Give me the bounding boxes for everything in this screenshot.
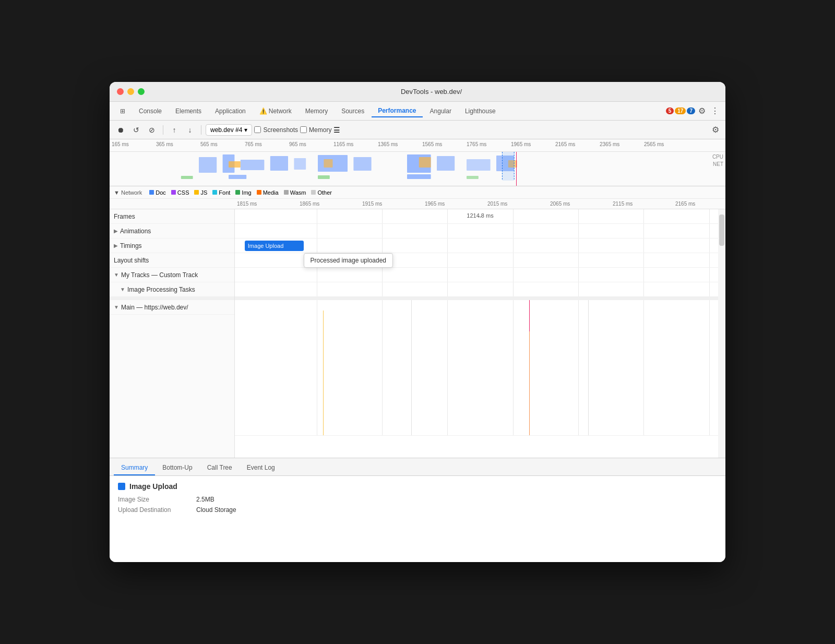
reload-button[interactable]: ↺: [129, 123, 143, 137]
image-processing-toggle-icon: ▼: [120, 287, 125, 292]
devtools-window: DevTools - web.dev/ ⊞ Console Elements A…: [110, 82, 725, 562]
ruler-tick-10: 2165 ms: [553, 141, 598, 147]
ruler-tick-11: 2365 ms: [598, 141, 642, 147]
my-tracks-toggle-icon: ▼: [114, 272, 119, 278]
tab-memory[interactable]: Memory: [299, 105, 334, 117]
toolbar-divider-1: [163, 125, 163, 135]
screenshots-checkbox[interactable]: [254, 126, 261, 133]
wasm-color: [284, 190, 289, 195]
memory-checkbox[interactable]: [300, 126, 307, 133]
bottom-tab-bottom-up[interactable]: Bottom-Up: [155, 461, 199, 475]
scrollbar[interactable]: [718, 209, 725, 458]
legend-font: Font: [212, 189, 230, 196]
ruler-tick-9: 1965 ms: [509, 141, 553, 147]
track-timings[interactable]: ▶ Timings: [110, 238, 234, 253]
legend-media: Media: [257, 189, 279, 196]
legend-wasm-label: Wasm: [290, 189, 306, 196]
bottom-content: Image Upload Image Size 2.5MB Upload Des…: [110, 476, 725, 562]
timings-toggle-icon: ▶: [114, 243, 118, 248]
font-color: [212, 190, 217, 195]
tab-network[interactable]: ⚠️ Network: [253, 105, 298, 117]
bottom-tab-summary[interactable]: Summary: [114, 461, 155, 475]
tab-elements[interactable]: Elements: [169, 105, 208, 117]
other-color: [311, 190, 316, 195]
timeline-rows: ... 1214.8 ms Image Upload Processed ima…: [235, 209, 725, 436]
track-frames[interactable]: Frames: [110, 209, 234, 224]
summary-color-indicator: [118, 483, 125, 490]
track-animations[interactable]: ▶ Animations: [110, 224, 234, 238]
upload-button[interactable]: ↑: [168, 123, 181, 137]
ruler-tick-12: 2565 ms: [642, 141, 686, 147]
net-label: NET: [713, 161, 723, 167]
legend-img: Img: [235, 189, 251, 196]
image-upload-bar[interactable]: Image Upload: [245, 241, 304, 251]
minimize-button[interactable]: [127, 88, 134, 95]
ruler2-tick-7: 2165 ms: [673, 199, 725, 209]
main-vline-1: [411, 300, 412, 435]
tab-performance[interactable]: Performance: [372, 105, 422, 117]
tab-lighthouse[interactable]: Lighthouse: [459, 105, 502, 117]
traffic-lights: [117, 88, 145, 95]
close-button[interactable]: [117, 88, 124, 95]
tab-application[interactable]: Application: [209, 105, 252, 117]
timeline-area[interactable]: 165 ms 365 ms 565 ms 765 ms 965 ms 1165 …: [110, 139, 725, 186]
ruler-tick-3: 765 ms: [243, 141, 287, 147]
frames-track-row: ... 1214.8 ms: [235, 209, 725, 224]
legend-other: Other: [311, 189, 332, 196]
network-legend: ▼ Network Doc CSS JS Font Img Media Wasm: [110, 186, 725, 199]
legend-css-label: CSS: [177, 189, 189, 196]
layout-shifts-label: Layout shifts: [114, 257, 149, 264]
legend-other-label: Other: [317, 189, 332, 196]
summary-upload-dest-row: Upload Destination Cloud Storage: [118, 506, 717, 514]
legend-doc-label: Doc: [156, 189, 166, 196]
profile-label: web.dev #4: [210, 126, 242, 134]
ruler-tick-5: 1165 ms: [331, 141, 376, 147]
bottom-tabs: Summary Bottom-Up Call Tree Event Log: [110, 458, 725, 476]
clear-button[interactable]: ⊘: [145, 123, 159, 137]
scrollbar-thumb[interactable]: [719, 214, 724, 246]
record-button[interactable]: ⏺: [114, 123, 127, 137]
summary-title: Image Upload: [118, 482, 717, 491]
tab-console[interactable]: Console: [133, 105, 168, 117]
ruler2-spacer: [110, 199, 235, 209]
ruler-tick-8: 1765 ms: [464, 141, 509, 147]
bottom-panel: Summary Bottom-Up Call Tree Event Log Im…: [110, 458, 725, 562]
ruler-tick-0: 165 ms: [110, 141, 154, 147]
maximize-button[interactable]: [138, 88, 145, 95]
network-toggle[interactable]: ▼ Network: [114, 189, 142, 196]
settings-icon[interactable]: ⚙: [696, 104, 708, 118]
track-image-processing[interactable]: ▼ Image Processing Tasks: [110, 282, 234, 297]
main-track-row: [235, 300, 725, 436]
ruler-tick-1: 365 ms: [154, 141, 198, 147]
svg-rect-20: [502, 152, 514, 181]
tab-selector[interactable]: ⊞: [114, 105, 132, 117]
bottom-tab-call-tree[interactable]: Call Tree: [200, 461, 240, 475]
screenshots-checkbox-label[interactable]: Screenshots: [254, 126, 298, 134]
svg-rect-9: [467, 159, 491, 171]
track-layout-shifts[interactable]: Layout shifts: [110, 253, 234, 268]
ruler2-tick-4: 2015 ms: [485, 199, 548, 209]
legend-css: CSS: [171, 189, 189, 196]
tab-sources[interactable]: Sources: [335, 105, 371, 117]
profile-selector[interactable]: web.dev #4 ▾: [206, 124, 252, 136]
titlebar: DevTools - web.dev/: [110, 82, 725, 102]
bottom-tab-event-log[interactable]: Event Log: [240, 461, 282, 475]
more-options-icon[interactable]: ⋮: [709, 104, 721, 118]
timeline-ruler: 165 ms 365 ms 565 ms 765 ms 965 ms 1165 …: [110, 139, 725, 152]
memory-checkbox-label[interactable]: Memory: [300, 126, 331, 134]
tab-angular[interactable]: Angular: [424, 105, 458, 117]
toolbar-settings-icon[interactable]: ⚙: [710, 123, 721, 137]
my-tracks-row: [235, 268, 725, 282]
track-my-tracks[interactable]: ▼ My Tracks — Custom Track: [110, 268, 234, 282]
timeline-chart[interactable]: [110, 152, 705, 186]
timeline-content[interactable]: ... 1214.8 ms Image Upload Processed ima…: [235, 209, 725, 458]
animations-label: Animations: [120, 228, 151, 235]
download-button[interactable]: ↓: [183, 123, 197, 137]
timings-label: Timings: [120, 242, 142, 249]
legend-media-label: Media: [263, 189, 279, 196]
screenshots-label: Screenshots: [263, 126, 298, 134]
track-main[interactable]: ▼ Main — https://web.dev/: [110, 300, 234, 315]
info-badge: 7: [687, 108, 695, 114]
tracks-panel: Frames ▶ Animations ▶ Timings Layout shi…: [110, 209, 235, 458]
svg-rect-12: [324, 159, 332, 168]
